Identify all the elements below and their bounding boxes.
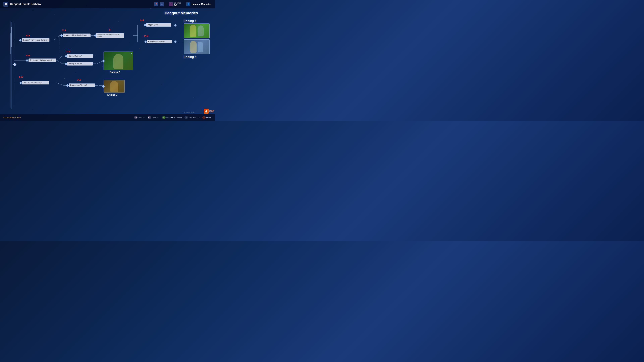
hangout-memories-header-label: Hangout Memories bbox=[192, 3, 211, 5]
ending3-image bbox=[104, 80, 124, 92]
ending5-image bbox=[184, 40, 209, 54]
box-7a[interactable]: A Meeting Mysteriously Missed bbox=[63, 33, 90, 37]
ending3-label: Ending 3 bbox=[107, 93, 117, 96]
view-memory-control[interactable]: ✕ View Memory bbox=[184, 116, 200, 119]
storyline-summary-label: Storyline Summary bbox=[166, 116, 182, 118]
ending4-container[interactable] bbox=[184, 23, 210, 38]
hangout-memories-section: Hangout Memories bbox=[165, 11, 198, 16]
label-7b: 7-B bbox=[66, 50, 70, 53]
sparkle bbox=[131, 53, 132, 54]
label-9a: 9-A bbox=[140, 19, 144, 22]
guides-label: GUIDES bbox=[209, 111, 214, 112]
diamond-6b[interactable] bbox=[26, 59, 28, 62]
gamer-guides-label: GAMER bbox=[209, 110, 214, 111]
box-7d[interactable]: Deaconess's Time Off bbox=[69, 83, 95, 87]
box-7c[interactable]: Healing Is My Job bbox=[67, 62, 93, 65]
char4 bbox=[198, 41, 203, 52]
flowchart-canvas: Hangout Memories bbox=[0, 8, 215, 114]
diamond-9a-right[interactable] bbox=[174, 24, 177, 27]
diamond-7a[interactable] bbox=[60, 34, 63, 37]
ending2-container[interactable] bbox=[104, 52, 133, 70]
map-pin-icon: 📍 bbox=[154, 2, 158, 6]
header-bar: 📖 Hangout Event: Barbara 📍 R3 ◻ Endings:… bbox=[0, 0, 215, 8]
ending5-label: Ending 5 bbox=[184, 55, 196, 59]
label-6a: 6-A bbox=[26, 34, 30, 37]
zoom-out-label: Zoom out bbox=[152, 116, 159, 118]
watermark-logo bbox=[204, 109, 209, 114]
diamond-9b-right[interactable] bbox=[174, 40, 177, 43]
watermark-text-block: GAMER GUIDES bbox=[209, 110, 214, 112]
diamond-7d[interactable] bbox=[66, 84, 69, 87]
diamond-6c[interactable] bbox=[19, 82, 22, 84]
diamond-6a[interactable] bbox=[19, 39, 22, 42]
ending5-container[interactable] bbox=[184, 39, 210, 54]
zoom-in-control[interactable]: L2 Zoom in bbox=[134, 116, 145, 119]
label-9b: 9-B bbox=[144, 34, 148, 37]
label-8: 8 bbox=[109, 28, 110, 31]
r2-badge: R2 bbox=[148, 116, 151, 119]
box-9b[interactable]: Home-Made Chilibrew bbox=[147, 40, 172, 43]
diamond-9b[interactable] bbox=[144, 40, 147, 43]
bottom-bar: Incompletely Cured L2 Zoom in R2 Zoom ou… bbox=[0, 114, 215, 121]
char3 bbox=[190, 41, 196, 53]
l2-badge: L2 bbox=[134, 116, 138, 119]
left-scrollbar[interactable] bbox=[11, 22, 12, 109]
label-7d: 7-D bbox=[77, 78, 81, 81]
uid-text: UID: 708845046 bbox=[184, 112, 194, 114]
gamer-guides-icon bbox=[204, 109, 208, 113]
scrollbar-thumb bbox=[11, 27, 12, 47]
svg-line-32 bbox=[57, 83, 64, 85]
watermark: GAMER GUIDES bbox=[204, 109, 214, 114]
box-6c[interactable]: The Cat's Tail's Specialty bbox=[22, 81, 49, 84]
diamond-9a[interactable] bbox=[144, 24, 146, 27]
r3-badge: R3 bbox=[160, 2, 164, 6]
ending4-label: Ending 4 bbox=[184, 19, 196, 23]
endings-value: 5/5 bbox=[174, 4, 181, 6]
endings-item: ◻ Endings: 5/5 bbox=[169, 2, 181, 6]
ending2-label: Ending 2 bbox=[110, 71, 120, 73]
svg-line-6 bbox=[54, 35, 60, 40]
svg-line-25 bbox=[57, 60, 62, 64]
zoom-out-control[interactable]: R2 Zoom out bbox=[148, 116, 159, 119]
storyline-summary-control[interactable]: △ Storyline Summary bbox=[162, 116, 182, 119]
box-7b[interactable]: Ulterior Motive...? bbox=[67, 54, 93, 58]
svg-rect-39 bbox=[205, 111, 205, 112]
start-diamond[interactable] bbox=[13, 63, 16, 66]
char-silhouette bbox=[113, 54, 124, 69]
view-memory-label: View Memory bbox=[188, 116, 200, 118]
svg-rect-40 bbox=[206, 111, 206, 112]
zoom-in-label: Zoom in bbox=[138, 116, 145, 118]
endings-label: Endings: bbox=[174, 2, 181, 4]
leave-label: Leave bbox=[206, 116, 211, 118]
ending2-image bbox=[104, 52, 133, 70]
leave-control[interactable]: ○ Leave bbox=[202, 116, 211, 119]
box-6b[interactable]: The Second Chilibrew Ingredient bbox=[28, 58, 56, 62]
ending4-image bbox=[184, 24, 209, 38]
box-6a[interactable]: Barbara's Home-Made Chilibrew bbox=[22, 38, 50, 42]
circle-badge: ○ bbox=[202, 116, 206, 119]
label-6c: 6-C bbox=[19, 75, 23, 78]
triangle-badge: △ bbox=[162, 116, 166, 119]
svg-rect-42 bbox=[207, 111, 207, 112]
char1 bbox=[190, 25, 196, 37]
char-silhouette3 bbox=[110, 81, 118, 92]
diamond-8[interactable] bbox=[94, 34, 96, 37]
x-badge: ✕ bbox=[184, 116, 188, 119]
svg-line-21 bbox=[57, 56, 62, 60]
endings-icon: ◻ bbox=[169, 2, 173, 6]
bottom-controls: L2 Zoom in R2 Zoom out △ Storyline Summa… bbox=[134, 116, 211, 119]
ending3-container[interactable] bbox=[104, 80, 124, 93]
hangout-icon: 👤 bbox=[186, 2, 190, 6]
header-title: Hangout Event: Barbara bbox=[10, 3, 41, 6]
box-9a[interactable]: A Spicy Brew bbox=[146, 23, 172, 27]
header-right: 📍 R3 ◻ Endings: 5/5 👤 Hangout Memories bbox=[154, 2, 211, 6]
map-pin-item: 📍 R3 bbox=[154, 2, 164, 6]
box-8[interactable]: Knight and Deaconess, Ready for Battle! bbox=[96, 33, 124, 38]
header-icon: 📖 bbox=[3, 2, 8, 7]
svg-rect-41 bbox=[206, 110, 206, 112]
hangout-memories-title: Hangout Memories bbox=[165, 11, 198, 15]
label-6b: 6-B bbox=[26, 54, 30, 57]
label-7a: 7-A bbox=[62, 29, 66, 32]
hangout-memories-item: 👤 Hangout Memories bbox=[186, 2, 211, 6]
char2 bbox=[198, 25, 204, 36]
